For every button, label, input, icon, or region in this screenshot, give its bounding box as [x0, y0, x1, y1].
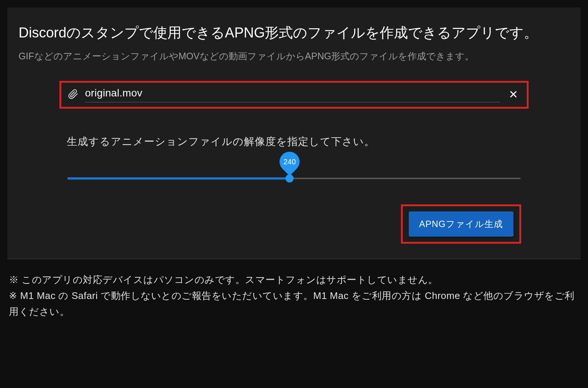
- app-subtitle: GIFなどのアニメーションファイルやMOVなどの動画ファイルからAPNG形式のフ…: [19, 50, 569, 62]
- main-card: Discordのスタンプで使用できるAPNG形式のファイルを作成できるアプリです…: [7, 7, 581, 259]
- resolution-section: 生成するアニメーションファイルの解像度を指定して下さい。 240 APNGファイ…: [67, 135, 521, 244]
- note-line-1: ※ このアプリの対応デバイスはパソコンのみです。スマートフォンはサポートしていま…: [9, 272, 579, 288]
- generate-apng-button[interactable]: APNGファイル生成: [409, 211, 513, 237]
- clear-file-button[interactable]: [507, 88, 520, 102]
- attachment-icon[interactable]: [68, 88, 78, 102]
- file-name-field[interactable]: original.mov: [85, 87, 500, 102]
- resolution-slider[interactable]: 240: [68, 167, 520, 190]
- file-input-highlight: original.mov: [59, 81, 529, 109]
- generate-button-highlight: APNGファイル生成: [401, 204, 521, 244]
- action-row: APNGファイル生成: [67, 204, 521, 244]
- slider-value-balloon: 240: [275, 148, 304, 176]
- slider-value-text: 240: [283, 158, 295, 166]
- slider-fill: [68, 177, 290, 180]
- resolution-label: 生成するアニメーションファイルの解像度を指定して下さい。: [67, 135, 521, 149]
- slider-thumb[interactable]: [285, 174, 294, 183]
- file-input-row: original.mov: [68, 87, 520, 102]
- app-heading: Discordのスタンプで使用できるAPNG形式のファイルを作成できるアプリです…: [19, 22, 569, 43]
- footer-notes: ※ このアプリの対応デバイスはパソコンのみです。スマートフォンはサポートしていま…: [0, 259, 588, 332]
- note-line-2: ※ M1 Mac の Safari で動作しないとのご報告をいただいています。M…: [9, 288, 579, 320]
